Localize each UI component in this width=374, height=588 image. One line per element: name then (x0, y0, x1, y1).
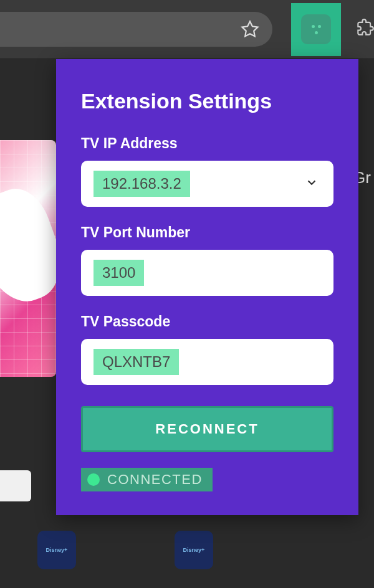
passcode-label: TV Passcode (81, 313, 333, 330)
passcode-value: QLXNTB7 (94, 349, 179, 375)
port-input[interactable]: 3100 (81, 250, 333, 296)
status-indicator-icon (87, 473, 100, 486)
content-block (0, 470, 31, 501)
reconnect-button[interactable]: RECONNECT (81, 406, 333, 452)
browser-toolbar (0, 0, 374, 59)
popup-title: Extension Settings (81, 89, 333, 113)
svg-marker-0 (242, 22, 258, 37)
port-value: 3100 (94, 260, 144, 286)
extension-popup: Extension Settings TV IP Address 192.168… (56, 59, 358, 515)
connection-status: CONNECTED (81, 468, 213, 491)
ip-select[interactable]: 192.168.3.2 (81, 161, 333, 207)
status-text: CONNECTED (107, 472, 203, 488)
app-tile[interactable]: Disney+ (175, 531, 213, 569)
port-label: TV Port Number (81, 224, 333, 241)
ip-value: 192.168.3.2 (94, 171, 190, 197)
bookmark-star-icon[interactable] (240, 19, 260, 39)
passcode-field-group: TV Passcode QLXNTB7 (81, 313, 333, 385)
extension-icon (301, 14, 331, 44)
extension-button[interactable] (291, 3, 341, 56)
port-field-group: TV Port Number 3100 (81, 224, 333, 296)
ip-field-group: TV IP Address 192.168.3.2 (81, 135, 333, 207)
ip-label: TV IP Address (81, 135, 333, 152)
chevron-down-icon (305, 176, 319, 192)
content-thumbnail[interactable] (0, 140, 56, 377)
passcode-input[interactable]: QLXNTB7 (81, 339, 333, 385)
url-bar[interactable] (0, 12, 272, 47)
app-tile[interactable]: Disney+ (37, 531, 76, 569)
extensions-menu-icon[interactable] (357, 19, 374, 40)
